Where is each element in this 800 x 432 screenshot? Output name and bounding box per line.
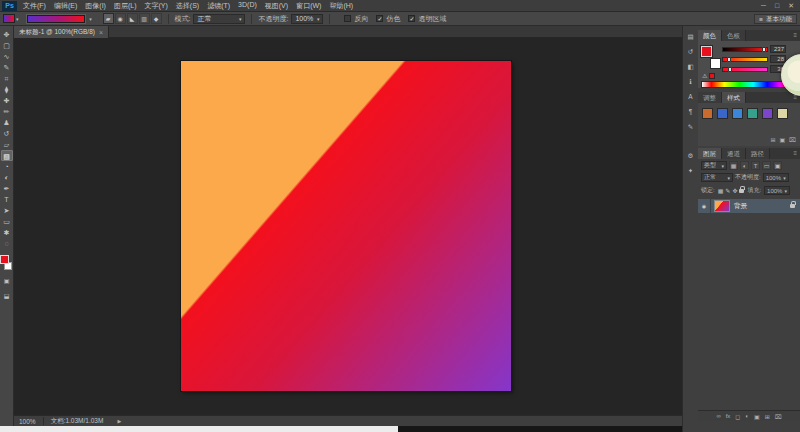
path-selection-tool[interactable]: ➤ [1, 205, 13, 216]
reverse-checkbox[interactable] [344, 15, 351, 22]
menu-image[interactable]: 图像(I) [85, 1, 106, 11]
healing-brush-tool[interactable]: ✚ [1, 95, 13, 106]
tab-styles[interactable]: 样式 [722, 92, 746, 103]
close-tab-icon[interactable]: × [99, 29, 103, 36]
layer-blend-mode-select[interactable]: 正常 ▾ [701, 173, 733, 182]
history-brush-tool[interactable]: ↺ [1, 128, 13, 139]
angle-gradient-button[interactable]: ◣ [127, 13, 138, 24]
link-layers-icon[interactable]: ∞ [716, 413, 720, 419]
canvas[interactable] [181, 61, 511, 391]
type-tool[interactable]: T [1, 194, 13, 205]
workspace-switcher[interactable]: ≡ 基本功能 [754, 14, 797, 24]
restore-button[interactable]: □ [775, 2, 779, 10]
shape-tool[interactable]: ▭ [1, 216, 13, 227]
menu-3d[interactable]: 3D(D) [238, 1, 257, 11]
transparency-checkbox[interactable]: ✓ [408, 15, 415, 22]
pixel-filter-icon[interactable]: ▦ [729, 161, 738, 170]
screen-mode-button[interactable]: ⬓ [1, 291, 13, 302]
lock-paint-icon[interactable]: ✎ [725, 187, 730, 194]
layer-group-icon[interactable]: ▣ [754, 413, 760, 420]
dodge-tool[interactable]: ◐ [1, 172, 13, 183]
lock-all-icon[interactable] [739, 189, 744, 193]
zoom-tool[interactable]: ◌ [1, 238, 13, 249]
properties-panel-icon[interactable]: ◧ [685, 62, 696, 72]
diamond-gradient-button[interactable]: ◆ [151, 13, 162, 24]
menu-filter[interactable]: 滤镜(T) [207, 1, 230, 11]
hand-tool[interactable]: ✱ [1, 227, 13, 238]
adjustment-layer-icon[interactable]: ◐ [745, 413, 749, 419]
layer-fill-select[interactable]: 100% ▾ [764, 186, 790, 195]
menu-window[interactable]: 窗口(W) [296, 1, 321, 11]
layer-mask-icon[interactable]: ◻ [735, 413, 740, 420]
history-panel-icon[interactable]: ▤ [685, 32, 696, 42]
tab-channels[interactable]: 通道 [722, 148, 746, 159]
info-panel-icon[interactable]: ℹ [685, 77, 696, 87]
smart-object-filter-icon[interactable]: ▣ [773, 161, 782, 170]
move-tool[interactable]: ✥ [1, 29, 13, 40]
new-layer-icon[interactable]: ⊞ [765, 413, 770, 420]
style-swatch[interactable] [702, 108, 713, 119]
style-swatch[interactable] [732, 108, 743, 119]
zoom-level-field[interactable]: 100% [19, 418, 36, 425]
red-slider[interactable] [722, 47, 768, 52]
delete-style-button[interactable]: ⌧ [789, 136, 796, 143]
tab-adjustments[interactable]: 调整 [698, 92, 722, 103]
style-folder-button[interactable]: ▣ [779, 136, 785, 143]
menu-file[interactable]: 文件(F) [23, 1, 46, 11]
eraser-tool[interactable]: ▱ [1, 139, 13, 150]
visibility-eye-icon[interactable]: ◉ [698, 199, 711, 213]
red-value-field[interactable]: 237 [770, 45, 786, 53]
style-swatch[interactable] [777, 108, 788, 119]
transparency-option[interactable]: ✓ 透明区域 [408, 14, 446, 24]
tab-layers[interactable]: 图层 [698, 148, 722, 159]
menu-layer[interactable]: 图层(L) [114, 1, 137, 11]
gamut-swatch[interactable] [709, 73, 715, 79]
tool-preset-picker[interactable]: ▾ [3, 14, 19, 23]
dither-checkbox[interactable]: ✓ [376, 15, 383, 22]
pen-tool[interactable]: ✒ [1, 183, 13, 194]
slider-knob[interactable] [727, 57, 731, 62]
foreground-color-swatch[interactable] [701, 46, 712, 57]
layer-thumbnail[interactable] [714, 200, 730, 212]
quick-mask-button[interactable]: ▣ [1, 276, 13, 287]
tab-paths[interactable]: 路径 [746, 148, 770, 159]
clone-stamp-tool[interactable]: ♟ [1, 117, 13, 128]
menu-select[interactable]: 选择(S) [176, 1, 199, 11]
blue-slider[interactable] [722, 67, 768, 72]
crop-tool[interactable]: ⌗ [1, 73, 13, 84]
lasso-tool[interactable]: ∿ [1, 51, 13, 62]
tab-color[interactable]: 颜色 [698, 30, 722, 41]
type-filter-icon[interactable]: T [751, 161, 760, 170]
blend-mode-select[interactable]: 正常 ▾ [193, 14, 245, 24]
character-panel-icon[interactable]: A [685, 92, 696, 102]
filter-type-select[interactable]: 类型 ▾ [701, 161, 727, 170]
warning-icon[interactable]: ⚠ [702, 72, 707, 79]
menu-help[interactable]: 帮助(H) [329, 1, 353, 11]
linear-gradient-button[interactable]: ▰ [103, 13, 114, 24]
background-color-swatch[interactable] [710, 58, 721, 69]
dither-option[interactable]: ✓ 仿色 [376, 14, 400, 24]
gradient-picker-arrow-icon[interactable]: ▾ [87, 16, 95, 22]
menu-edit[interactable]: 编辑(E) [54, 1, 77, 11]
blur-tool[interactable]: ◔ [1, 161, 13, 172]
style-swatch[interactable] [762, 108, 773, 119]
slider-knob[interactable] [762, 47, 766, 52]
panel-menu-icon[interactable]: ≡ [793, 148, 800, 159]
opacity-select[interactable]: 100% ▾ [291, 14, 323, 24]
menu-type[interactable]: 文字(Y) [144, 1, 167, 11]
paragraph-panel-icon[interactable]: ¶ [685, 107, 696, 117]
panel-menu-icon[interactable]: ≡ [793, 30, 800, 41]
lock-transparency-icon[interactable]: ▦ [718, 187, 724, 194]
new-style-button[interactable]: ⊞ [770, 136, 775, 143]
foreground-color-swatch[interactable] [0, 255, 9, 264]
quick-selection-tool[interactable]: ✎ [1, 62, 13, 73]
reverse-option[interactable]: 反向 [344, 14, 368, 24]
tab-swatches[interactable]: 色板 [722, 30, 746, 41]
reflected-gradient-button[interactable]: ▥ [139, 13, 150, 24]
adjustment-filter-icon[interactable]: ◐ [740, 161, 749, 170]
delete-layer-icon[interactable]: ⌧ [775, 413, 782, 420]
layer-opacity-select[interactable]: 100% ▾ [763, 173, 789, 182]
menu-view[interactable]: 视图(V) [265, 1, 288, 11]
settings-panel-icon[interactable]: ⚙ [685, 151, 696, 161]
document-tab[interactable]: 未标题-1 @ 100%(RGB/8) × [14, 26, 109, 38]
